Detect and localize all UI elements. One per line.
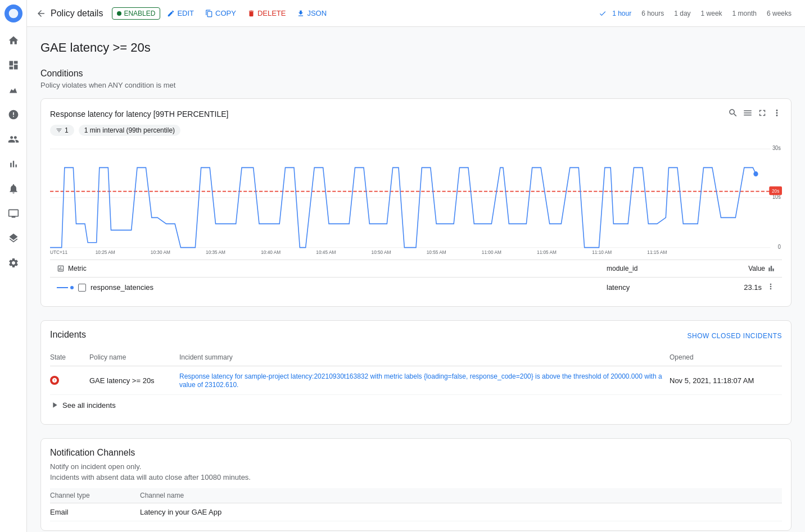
back-button[interactable] xyxy=(36,8,46,19)
legend-metric-cell: response_latencies xyxy=(57,283,607,292)
legend-module-col: module_id xyxy=(607,265,719,272)
legend-checkbox[interactable] xyxy=(78,284,86,292)
delete-label: DELETE xyxy=(257,9,286,17)
legend-value: 23.1s xyxy=(744,283,762,292)
conditions-title: Conditions xyxy=(40,69,792,79)
time-btn-6weeks[interactable]: 6 weeks xyxy=(762,7,796,20)
svg-text:10:30 AM: 10:30 AM xyxy=(151,249,170,254)
notifications-title: Notification Channels xyxy=(50,448,782,458)
incidents-title: Incidents xyxy=(50,330,86,340)
notif-name: Latency in your GAE App xyxy=(140,508,782,516)
col-state: State xyxy=(50,353,89,361)
incident-policy: GAE latency >= 20s xyxy=(89,376,179,385)
topbar-actions: ENABLED EDIT COPY DELETE JSON xyxy=(112,7,331,20)
svg-text:10:50 AM: 10:50 AM xyxy=(372,249,391,254)
incident-summary: Response latency for sample-project late… xyxy=(179,372,670,389)
col-opened: Opened xyxy=(670,353,782,361)
incident-row: GAE latency >= 20s Response latency for … xyxy=(50,366,782,395)
svg-text:10:55 AM: 10:55 AM xyxy=(427,249,446,254)
chart-filters: 1 1 min interval (99th percentile) xyxy=(50,125,782,136)
incidents-header: Incidents SHOW CLOSED INCIDENTS xyxy=(50,330,782,342)
sidebar-item-chart[interactable] xyxy=(2,153,25,175)
chart-header: Response latency for latency [99TH PERCE… xyxy=(50,108,782,120)
legend-module-id: latency xyxy=(607,283,719,292)
content-area: GAE latency >= 20s Conditions Policy vio… xyxy=(27,27,805,532)
status-badge: ENABLED xyxy=(112,7,160,20)
svg-text:10:25 AM: 10:25 AM xyxy=(96,249,115,254)
sidebar-item-home[interactable] xyxy=(2,29,25,52)
edit-button[interactable]: EDIT xyxy=(162,7,198,20)
incidents-table: State Policy name Incident summary Opene… xyxy=(50,349,782,415)
legend-data-row: response_latencies latency 23.1s xyxy=(50,278,782,297)
conditions-subtitle: Policy violates when ANY condition is me… xyxy=(40,81,792,89)
sidebar-item-error[interactable] xyxy=(2,103,25,126)
time-btn-1week[interactable]: 1 week xyxy=(697,7,727,20)
edit-label: EDIT xyxy=(177,9,194,17)
time-btn-6hours[interactable]: 6 hours xyxy=(637,7,668,20)
svg-text:10:45 AM: 10:45 AM xyxy=(316,249,336,254)
see-all-label: See all incidents xyxy=(62,401,116,410)
incident-opened: Nov 5, 2021, 11:18:07 AM xyxy=(670,376,782,385)
svg-text:11:15 AM: 11:15 AM xyxy=(647,249,667,254)
status-dot xyxy=(117,11,121,16)
time-range-selector: 1 hour 6 hours 1 day 1 week 1 month 6 we… xyxy=(599,7,796,20)
filter-chip[interactable]: 1 xyxy=(50,125,74,136)
sidebar xyxy=(0,0,27,532)
sidebar-item-monitoring[interactable] xyxy=(2,79,25,101)
sidebar-item-alert[interactable] xyxy=(2,178,25,200)
show-closed-button[interactable]: SHOW CLOSED INCIDENTS xyxy=(687,332,782,340)
legend-value-cell: 23.1s xyxy=(719,282,775,293)
incidents-table-header: State Policy name Incident summary Opene… xyxy=(50,349,782,366)
svg-text:UTC+11: UTC+11 xyxy=(50,249,67,254)
search-icon[interactable] xyxy=(728,108,738,120)
svg-text:30s: 30s xyxy=(772,145,781,151)
sidebar-item-layers[interactable] xyxy=(2,227,25,249)
chart-card: Response latency for latency [99TH PERCE… xyxy=(40,98,792,307)
policy-title: GAE latency >= 20s xyxy=(40,40,792,55)
absent-text: Incidents with absent data will auto clo… xyxy=(50,473,782,481)
chart-legend: Metric module_id Value xyxy=(50,260,782,297)
svg-text:10:40 AM: 10:40 AM xyxy=(261,249,281,254)
notif-table-header: Channel type Channel name xyxy=(50,488,782,503)
expand-icon[interactable] xyxy=(757,108,767,120)
legend-metric-label: Metric xyxy=(68,265,87,272)
chart-svg: 30s 10s 0 20s xyxy=(50,143,782,255)
delete-button[interactable]: DELETE xyxy=(243,7,291,20)
json-button[interactable]: JSON xyxy=(292,7,331,20)
legend-header: Metric module_id Value xyxy=(50,260,782,278)
notif-row: Email Latency in your GAE App xyxy=(50,503,782,521)
error-state-icon xyxy=(50,376,59,385)
time-btn-1day[interactable]: 1 day xyxy=(670,7,695,20)
sidebar-item-groups[interactable] xyxy=(2,128,25,151)
col-summary: Incident summary xyxy=(179,353,670,361)
notif-col-type: Channel type xyxy=(50,492,140,499)
notifications-section: Notification Channels Notify on incident… xyxy=(40,438,792,531)
time-btn-1month[interactable]: 1 month xyxy=(728,7,761,20)
notif-col-name: Channel name xyxy=(140,492,782,499)
incident-summary-link[interactable]: Response latency for sample-project late… xyxy=(179,372,662,389)
time-btn-1hour[interactable]: 1 hour xyxy=(608,7,636,20)
svg-text:11:00 AM: 11:00 AM xyxy=(482,249,501,254)
sidebar-item-dashboard[interactable] xyxy=(2,54,25,76)
svg-point-10 xyxy=(753,171,758,176)
svg-text:10:35 AM: 10:35 AM xyxy=(206,249,225,254)
more-icon[interactable] xyxy=(772,108,782,120)
json-label: JSON xyxy=(307,9,327,17)
chart-title: Response latency for latency [99TH PERCE… xyxy=(50,110,228,119)
main-area: Policy details ENABLED EDIT COPY DELETE xyxy=(27,0,805,532)
sidebar-item-display[interactable] xyxy=(2,202,25,225)
svg-point-0 xyxy=(8,9,18,19)
status-label: ENABLED xyxy=(124,10,155,17)
page-title: Policy details xyxy=(51,8,103,19)
topbar: Policy details ENABLED EDIT COPY DELETE xyxy=(27,0,805,27)
svg-text:11:05 AM: 11:05 AM xyxy=(537,249,557,254)
legend-icon[interactable] xyxy=(743,108,753,120)
interval-chip[interactable]: 1 min interval (99th percentile) xyxy=(79,125,180,136)
copy-button[interactable]: COPY xyxy=(201,7,241,20)
legend-more-icon[interactable] xyxy=(766,282,775,293)
filter-number: 1 xyxy=(65,126,69,134)
legend-metric-col: Metric xyxy=(57,265,607,272)
see-all-row[interactable]: See all incidents xyxy=(50,395,782,415)
sidebar-item-settings[interactable] xyxy=(2,252,25,274)
legend-metric-name: response_latencies xyxy=(91,283,153,292)
